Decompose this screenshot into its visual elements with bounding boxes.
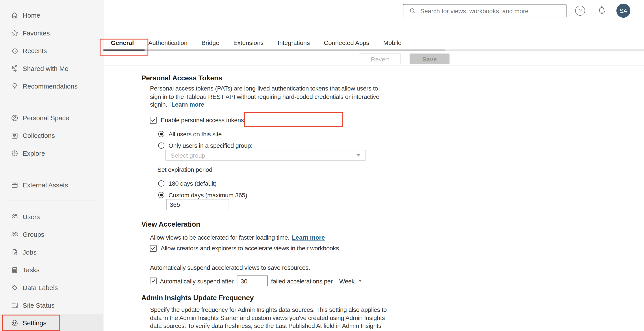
sidebar-item-label: Explore xyxy=(23,150,45,157)
pat-section-title: Personal Access Tokens xyxy=(141,74,222,82)
va-suspend-row: Automatically suspend after failed accel… xyxy=(150,276,362,286)
compass-icon xyxy=(10,149,19,158)
archive-icon xyxy=(10,181,19,189)
recents-icon xyxy=(10,46,19,55)
va-description-row: Allow views to be accelerated for faster… xyxy=(150,234,325,241)
va-suspend-suffix: failed accelerations per xyxy=(271,278,333,285)
suspend-count-input[interactable] xyxy=(237,276,268,286)
va-suspend-checkbox[interactable] xyxy=(150,278,157,284)
star-icon xyxy=(10,29,19,37)
sidebar-item-recents[interactable]: Recents xyxy=(0,42,103,60)
sidebar-item-label: Data Labels xyxy=(23,284,58,291)
chevron-down-icon xyxy=(356,154,361,156)
custom-days-radio[interactable] xyxy=(158,192,164,198)
lightbulb-icon xyxy=(10,82,19,90)
sidebar-item-label: Favorites xyxy=(23,29,50,37)
shared-with-me-icon xyxy=(10,64,19,73)
specified-group-label: Only users in a specified group: xyxy=(168,142,252,149)
specified-group-row: Only users in a specified group: xyxy=(158,142,252,149)
users-icon xyxy=(10,213,19,221)
sidebar-item-settings[interactable]: Settings xyxy=(0,314,103,331)
va-suspend-note: Automatically suspend accelerated views … xyxy=(150,264,310,271)
enable-pat-label: Enable personal access tokens xyxy=(160,116,244,124)
sidebar-divider xyxy=(6,102,97,102)
group-select-placeholder: Select group xyxy=(170,152,356,159)
sidebar-item-label: Groups xyxy=(23,231,44,238)
sidebar: Home Favorites Recents Shared with Me Re… xyxy=(0,0,103,331)
va-allow-row: Allow creators and explorers to accelera… xyxy=(150,245,339,252)
sidebar-item-label: Users xyxy=(23,213,40,221)
sidebar-item-users[interactable]: Users xyxy=(0,208,103,226)
sidebar-item-data-labels[interactable]: Data Labels xyxy=(0,279,103,297)
sidebar-item-jobs[interactable]: Jobs xyxy=(0,243,103,261)
expiration-label: Set expiration period xyxy=(157,166,212,173)
sidebar-item-label: Collections xyxy=(23,132,55,139)
sidebar-item-groups[interactable]: Groups xyxy=(0,226,103,243)
sidebar-item-recommendations[interactable]: Recommendations xyxy=(0,77,103,95)
sidebar-item-favorites[interactable]: Favorites xyxy=(0,24,103,42)
sidebar-item-label: Personal Space xyxy=(23,114,69,122)
sidebar-item-home[interactable]: Home xyxy=(0,6,103,24)
collections-icon xyxy=(10,131,19,140)
sidebar-item-external-assets[interactable]: External Assets xyxy=(0,176,103,194)
sidebar-item-site-status[interactable]: Site Status xyxy=(0,297,103,314)
sidebar-item-label: Recommendations xyxy=(23,83,78,90)
expiration-label-row: Set expiration period xyxy=(157,166,212,173)
group-select[interactable]: Select group xyxy=(165,150,366,161)
sidebar-item-label: Jobs xyxy=(23,249,36,256)
sidebar-item-explore[interactable]: Explore xyxy=(0,144,103,162)
gear-icon xyxy=(10,319,19,327)
va-learn-more-link[interactable]: Learn more xyxy=(292,234,325,241)
groups-icon xyxy=(10,230,19,239)
custom-days-label: Custom days (maximum 365) xyxy=(168,192,247,199)
specified-group-radio[interactable] xyxy=(158,142,164,149)
tableau-settings-page: Home Favorites Recents Shared with Me Re… xyxy=(0,0,644,331)
enable-pat-row: Enable personal access tokens xyxy=(150,116,244,124)
settings-content: Personal Access Tokens Personal access t… xyxy=(103,0,644,331)
sidebar-divider xyxy=(6,169,97,169)
custom-days-input[interactable] xyxy=(166,199,229,210)
va-allow-checkbox[interactable] xyxy=(150,245,157,252)
admin-insights-title: Admin Insights Update Frequency xyxy=(141,294,254,302)
pat-description: Personal access tokens (PATs) are long-l… xyxy=(150,84,414,108)
admin-insights-description: Specify the update frequency for Admin I… xyxy=(150,306,414,330)
va-suspend-prefix: Automatically suspend after xyxy=(160,278,234,285)
days-180-radio[interactable] xyxy=(158,180,164,187)
tag-icon xyxy=(10,284,19,292)
all-users-row: All users on this site xyxy=(158,131,222,138)
all-users-label: All users on this site xyxy=(168,131,222,138)
days-180-label: 180 days (default) xyxy=(168,180,216,187)
all-users-radio[interactable] xyxy=(158,131,164,137)
sidebar-item-label: External Assets xyxy=(23,181,68,189)
sidebar-item-shared-with-me[interactable]: Shared with Me xyxy=(0,60,103,77)
chevron-down-icon xyxy=(358,280,362,282)
sidebar-item-label: Home xyxy=(23,12,40,19)
period-select[interactable]: Week xyxy=(339,278,362,285)
view-acceleration-title: View Acceleration xyxy=(141,220,200,229)
sidebar-item-personal-space[interactable]: Personal Space xyxy=(0,109,103,127)
home-icon xyxy=(10,11,19,19)
pat-learn-more-link[interactable]: Learn more xyxy=(169,101,204,108)
days-default-row: 180 days (default) xyxy=(158,180,216,187)
jobs-icon xyxy=(10,248,19,257)
period-value: Week xyxy=(339,278,355,285)
tasks-icon xyxy=(10,266,19,274)
person-circle-icon xyxy=(10,114,19,122)
sidebar-divider xyxy=(6,201,97,201)
custom-days-row: Custom days (maximum 365) xyxy=(158,192,247,199)
sidebar-item-label: Tasks xyxy=(23,266,40,274)
site-status-icon xyxy=(10,301,19,310)
sidebar-item-label: Recents xyxy=(23,47,47,55)
sidebar-item-tasks[interactable]: Tasks xyxy=(0,261,103,279)
sidebar-item-collections[interactable]: Collections xyxy=(0,127,103,144)
va-description: Allow views to be accelerated for faster… xyxy=(150,234,290,241)
va-suspend-note-row: Automatically suspend accelerated views … xyxy=(150,264,310,271)
sidebar-item-label: Site Status xyxy=(23,302,55,309)
sidebar-item-label: Settings xyxy=(23,319,46,327)
enable-pat-checkbox[interactable] xyxy=(150,117,157,123)
va-allow-label: Allow creators and explorers to accelera… xyxy=(160,245,339,252)
sidebar-item-label: Shared with Me xyxy=(23,65,68,72)
